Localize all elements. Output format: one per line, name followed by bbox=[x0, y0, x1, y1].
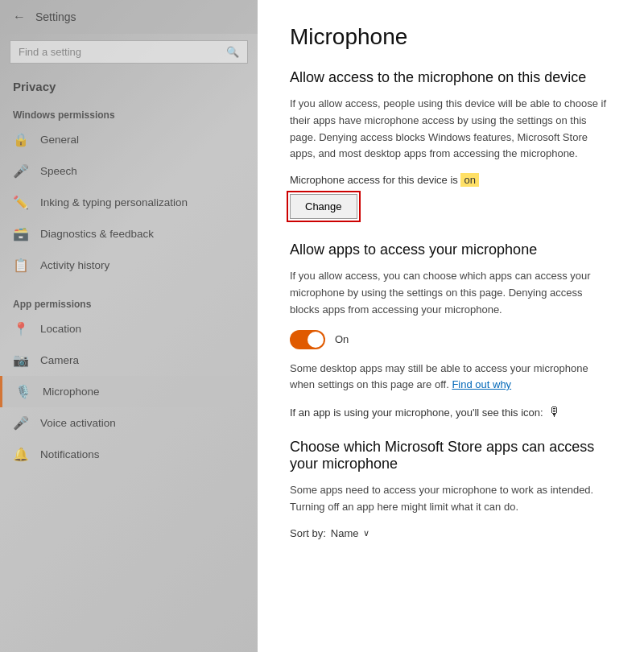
nav-label-speech: Speech bbox=[40, 165, 77, 177]
inking-icon: ✏️ bbox=[13, 195, 29, 210]
app-permissions-label: App permissions bbox=[0, 292, 258, 313]
chevron-down-icon[interactable]: ∨ bbox=[363, 528, 369, 539]
nav-label-diagnostics: Diagnostics & feedback bbox=[40, 228, 154, 240]
location-icon: 📍 bbox=[13, 321, 29, 336]
section3-description: Some apps need to access your microphone… bbox=[290, 482, 612, 516]
nav-item-camera[interactable]: 📷 Camera bbox=[0, 345, 258, 376]
search-box[interactable]: 🔍 bbox=[10, 40, 248, 64]
notifications-icon: 🔔 bbox=[13, 447, 29, 462]
toggle-knob bbox=[308, 332, 324, 348]
status-badge: on bbox=[460, 173, 478, 187]
change-button[interactable]: Change bbox=[290, 194, 357, 219]
nav-item-notifications[interactable]: 🔔 Notifications bbox=[0, 439, 258, 470]
voice-icon: 🎤 bbox=[13, 415, 29, 431]
icon-note-text: If an app is using your microphone, you'… bbox=[290, 406, 543, 419]
find-out-why-link[interactable]: Find out why bbox=[452, 378, 511, 390]
diagnostics-icon: 🗃️ bbox=[13, 226, 29, 241]
mic-symbol-icon: 🎙 bbox=[548, 405, 561, 419]
privacy-label: Privacy bbox=[0, 76, 258, 103]
desktop-note-text: Some desktop apps may still be able to a… bbox=[290, 362, 588, 391]
search-input[interactable] bbox=[19, 46, 220, 58]
speech-icon: 🎤 bbox=[13, 163, 29, 179]
sort-by-label: Sort by: bbox=[290, 527, 326, 539]
nav-item-diagnostics[interactable]: 🗃️ Diagnostics & feedback bbox=[0, 218, 258, 250]
settings-title: Settings bbox=[35, 10, 76, 23]
camera-icon: 📷 bbox=[13, 353, 29, 368]
search-icon: 🔍 bbox=[226, 46, 239, 58]
sidebar: ← Settings 🔍 Privacy Windows permissions… bbox=[0, 0, 258, 652]
nav-label-voice: Voice activation bbox=[40, 417, 116, 429]
nav-label-activity: Activity history bbox=[40, 259, 109, 271]
section2-heading: Allow apps to access your microphone bbox=[290, 241, 612, 258]
activity-icon: 📋 bbox=[13, 258, 29, 273]
nav-label-notifications: Notifications bbox=[40, 448, 100, 460]
nav-item-voice[interactable]: 🎤 Voice activation bbox=[0, 407, 258, 439]
nav-item-speech[interactable]: 🎤 Speech bbox=[0, 155, 258, 187]
nav-label-location: Location bbox=[40, 323, 81, 335]
nav-item-location[interactable]: 📍 Location bbox=[0, 313, 258, 345]
nav-item-general[interactable]: 🔒 General bbox=[0, 124, 258, 155]
desktop-note: Some desktop apps may still be able to a… bbox=[290, 361, 612, 394]
section1-description: If you allow access, people using this d… bbox=[290, 96, 612, 163]
icon-note-line: If an app is using your microphone, you'… bbox=[290, 405, 612, 419]
sort-value[interactable]: Name bbox=[331, 527, 359, 539]
page-title: Microphone bbox=[290, 24, 612, 50]
back-button[interactable]: ← bbox=[13, 10, 26, 24]
microphone-status-line: Microphone access for this device is on bbox=[290, 174, 612, 186]
sidebar-header: ← Settings bbox=[0, 0, 258, 34]
nav-item-inking[interactable]: ✏️ Inking & typing personalization bbox=[0, 187, 258, 218]
status-prefix: Microphone access for this device is bbox=[290, 174, 460, 186]
nav-label-general: General bbox=[40, 134, 79, 146]
microphone-toggle[interactable] bbox=[290, 330, 325, 349]
toggle-row: On bbox=[290, 330, 612, 349]
section3-heading: Choose which Microsoft Store apps can ac… bbox=[290, 439, 612, 472]
windows-permissions-label: Windows permissions bbox=[0, 103, 258, 124]
toggle-label: On bbox=[335, 333, 349, 345]
general-icon: 🔒 bbox=[13, 132, 29, 147]
sort-row: Sort by: Name ∨ bbox=[290, 527, 612, 539]
nav-item-activity[interactable]: 📋 Activity history bbox=[0, 250, 258, 281]
nav-label-camera: Camera bbox=[40, 354, 79, 366]
main-content: Microphone Allow access to the microphon… bbox=[258, 0, 644, 652]
section2-description: If you allow access, you can choose whic… bbox=[290, 268, 612, 318]
microphone-icon: 🎙️ bbox=[15, 384, 31, 399]
nav-label-microphone: Microphone bbox=[43, 386, 100, 398]
section1-heading: Allow access to the microphone on this d… bbox=[290, 69, 612, 86]
nav-item-microphone[interactable]: 🎙️ Microphone bbox=[0, 376, 258, 407]
nav-label-inking: Inking & typing personalization bbox=[40, 196, 188, 208]
